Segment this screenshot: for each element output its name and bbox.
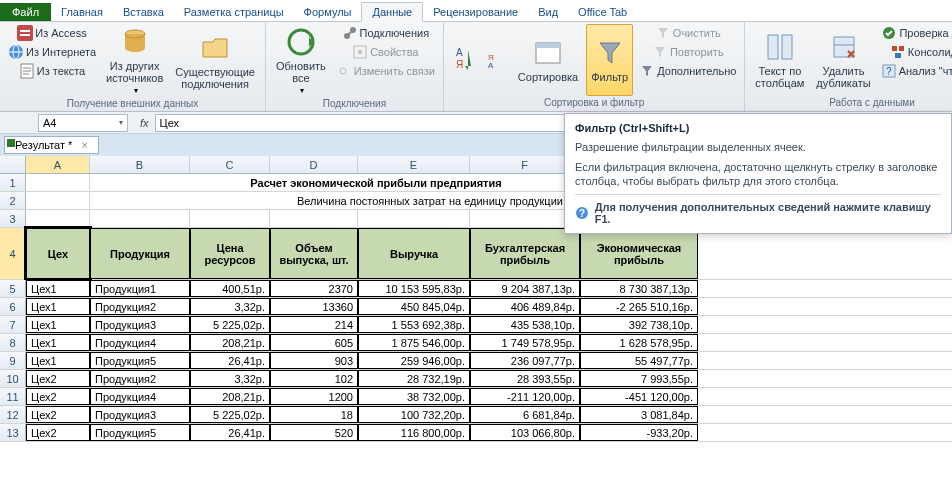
col-header[interactable]: C	[190, 156, 270, 173]
edit-links-button[interactable]: Изменить связи	[334, 62, 437, 80]
data-cell[interactable]: 38 732,00р.	[358, 388, 470, 405]
sort-button[interactable]: Сортировка	[514, 24, 582, 96]
data-cell[interactable]: 400,51р.	[190, 280, 270, 297]
remove-duplicates-button[interactable]: Удалить дубликаты	[812, 24, 874, 96]
data-validation-button[interactable]: Проверка данных	[879, 24, 952, 42]
data-cell[interactable]: Цех1	[26, 280, 90, 297]
row-header[interactable]: 2	[0, 192, 26, 209]
data-cell[interactable]: -451 120,00р.	[580, 388, 698, 405]
header-cell[interactable]: Цех	[26, 228, 90, 279]
data-cell[interactable]: 13360	[270, 298, 358, 315]
row-header[interactable]: 8	[0, 334, 26, 351]
data-cell[interactable]: 392 738,10р.	[580, 316, 698, 333]
row-header[interactable]: 9	[0, 352, 26, 369]
data-cell[interactable]: 100 732,20р.	[358, 406, 470, 423]
data-cell[interactable]: -933,20р.	[580, 424, 698, 441]
sheet-tab[interactable]: Результат * ×	[4, 136, 99, 154]
data-cell[interactable]: Продукция1	[90, 280, 190, 297]
advanced-filter-button[interactable]: Дополнительно	[637, 62, 738, 80]
data-cell[interactable]: 2370	[270, 280, 358, 297]
sort-az-button[interactable]: АЯ	[450, 24, 478, 96]
data-cell[interactable]: 6 681,84р.	[470, 406, 580, 423]
data-cell[interactable]: 3,32р.	[190, 370, 270, 387]
data-cell[interactable]: Продукция4	[90, 388, 190, 405]
data-cell[interactable]: Продукция2	[90, 370, 190, 387]
header-cell[interactable]: Продукция	[90, 228, 190, 279]
data-cell[interactable]: 3,32р.	[190, 298, 270, 315]
row-header[interactable]: 12	[0, 406, 26, 423]
data-cell[interactable]: 10 153 595,83р.	[358, 280, 470, 297]
data-cell[interactable]: Цех2	[26, 370, 90, 387]
row-header[interactable]: 11	[0, 388, 26, 405]
data-cell[interactable]: 18	[270, 406, 358, 423]
subtitle-cell[interactable]: Величина постоянных затрат на единицу пр…	[90, 192, 570, 209]
data-cell[interactable]: Цех2	[26, 388, 90, 405]
data-cell[interactable]: 28 732,19р.	[358, 370, 470, 387]
tab-review[interactable]: Рецензирование	[423, 3, 528, 21]
data-cell[interactable]: 1 553 692,38р.	[358, 316, 470, 333]
data-cell[interactable]: 55 497,77р.	[580, 352, 698, 369]
data-cell[interactable]: 214	[270, 316, 358, 333]
data-cell[interactable]: -2 265 510,16р.	[580, 298, 698, 315]
data-cell[interactable]: 208,21р.	[190, 388, 270, 405]
data-cell[interactable]: Цех1	[26, 352, 90, 369]
data-cell[interactable]: 26,41р.	[190, 424, 270, 441]
data-cell[interactable]: 5 225,02р.	[190, 316, 270, 333]
data-cell[interactable]: Продукция2	[90, 298, 190, 315]
row-header[interactable]: 6	[0, 298, 26, 315]
data-cell[interactable]: 3 081,84р.	[580, 406, 698, 423]
tab-home[interactable]: Главная	[51, 3, 113, 21]
data-cell[interactable]: 903	[270, 352, 358, 369]
from-web-button[interactable]: Из Интернета	[6, 43, 98, 61]
header-cell[interactable]: Объем выпуска, шт.	[270, 228, 358, 279]
row-header[interactable]: 3	[0, 210, 26, 227]
from-access-button[interactable]: Из Access	[6, 24, 98, 42]
header-cell[interactable]: Экономическая прибыль	[580, 228, 698, 279]
sort-za-button[interactable]: ЯА	[482, 24, 510, 96]
from-other-button[interactable]: Из других источников▾	[102, 24, 167, 97]
col-header[interactable]: A	[26, 156, 90, 173]
name-box[interactable]: A4▾	[38, 114, 128, 132]
data-cell[interactable]: Продукция4	[90, 334, 190, 351]
data-cell[interactable]: 103 066,80р.	[470, 424, 580, 441]
consolidate-button[interactable]: Консолидация	[879, 43, 952, 61]
data-cell[interactable]: 605	[270, 334, 358, 351]
data-cell[interactable]: 1 749 578,95р.	[470, 334, 580, 351]
data-cell[interactable]: Цех1	[26, 298, 90, 315]
header-cell[interactable]: Выручка	[358, 228, 470, 279]
data-cell[interactable]: Цех1	[26, 334, 90, 351]
data-cell[interactable]: 520	[270, 424, 358, 441]
tab-insert[interactable]: Вставка	[113, 3, 174, 21]
data-cell[interactable]: 208,21р.	[190, 334, 270, 351]
data-cell[interactable]: 28 393,55р.	[470, 370, 580, 387]
row-header[interactable]: 4	[0, 228, 26, 279]
data-cell[interactable]: 1 875 546,00р.	[358, 334, 470, 351]
whatif-button[interactable]: ? Анализ "что если"	[879, 62, 952, 80]
row-header[interactable]: 13	[0, 424, 26, 441]
properties-button[interactable]: Свойства	[334, 43, 437, 61]
data-cell[interactable]: 259 946,00р.	[358, 352, 470, 369]
clear-filter-button[interactable]: Очистить	[637, 24, 738, 42]
data-cell[interactable]: Продукция3	[90, 316, 190, 333]
data-cell[interactable]: 116 800,00р.	[358, 424, 470, 441]
tab-file[interactable]: Файл	[0, 3, 51, 21]
col-header[interactable]: E	[358, 156, 470, 173]
data-cell[interactable]: Продукция3	[90, 406, 190, 423]
connections-button[interactable]: Подключения	[334, 24, 437, 42]
tab-office[interactable]: Office Tab	[568, 3, 637, 21]
row-header[interactable]: 7	[0, 316, 26, 333]
close-icon[interactable]: ×	[81, 139, 87, 151]
data-cell[interactable]: Цех1	[26, 316, 90, 333]
tab-page-layout[interactable]: Разметка страницы	[174, 3, 294, 21]
text-to-columns-button[interactable]: Текст по столбцам	[751, 24, 808, 96]
data-cell[interactable]: Продукция5	[90, 424, 190, 441]
from-text-button[interactable]: Из текста	[6, 62, 98, 80]
data-cell[interactable]: 236 097,77р.	[470, 352, 580, 369]
filter-button[interactable]: Фильтр	[586, 24, 633, 96]
fx-icon[interactable]: fx	[134, 117, 155, 129]
refresh-all-button[interactable]: Обновить все▾	[272, 24, 330, 97]
data-cell[interactable]: 5 225,02р.	[190, 406, 270, 423]
col-header[interactable]: B	[90, 156, 190, 173]
tab-formulas[interactable]: Формулы	[294, 3, 362, 21]
data-cell[interactable]: 26,41р.	[190, 352, 270, 369]
